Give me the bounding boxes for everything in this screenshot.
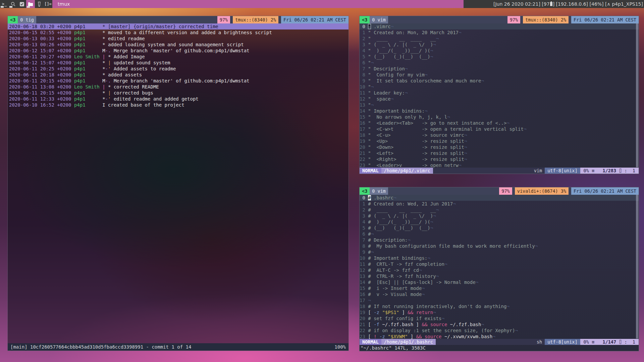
code-line[interactable]: 14 # [Esc] || [Caps-lock] -> Normal mode… (360, 279, 639, 285)
code-line[interactable]: 5 " (__) (_)(__) (__)¬ (360, 54, 639, 60)
code-line[interactable]: 9 " It set tabs colorscheme and much mor… (360, 78, 639, 84)
commit-row[interactable]: 2020-06-18 03:20 +0200 p4p1 * [master] {… (8, 23, 348, 29)
code-line[interactable]: 15 # i -> Insert mode¬ (360, 285, 639, 291)
clock-badge: Fri 06/26 02:21 AM CEST (571, 16, 639, 23)
commit-row[interactable]: 2020-06-11 20:15 +0200 p4p1 * | correcte… (8, 90, 348, 96)
scrollbar[interactable] (636, 23, 638, 167)
session-indicator: <3 (8, 16, 18, 23)
workspace-tasks-icon[interactable] (17, 0, 26, 8)
code-line[interactable]: 17 " <C-w>t -> open a terminal in vertic… (360, 126, 639, 132)
code-line[interactable]: 22 # if on display :1 set the screen siz… (360, 327, 639, 334)
commit-row[interactable]: 2020-06-15 02:55 +0200 p4p1 * moved to a… (8, 29, 348, 36)
commit-row[interactable]: 2020-06-11 20:25 +0200 p4p1 *-' Added as… (8, 66, 348, 72)
workspace-search-icon[interactable] (9, 0, 17, 8)
code-line[interactable]: 0 # .bashrc¬ (360, 195, 639, 201)
code-line[interactable]: 5 # (__) (_)(__) (__)¬ (360, 225, 639, 231)
file-path: /home/p4p1/.vimrc (381, 168, 433, 174)
clock: [Jun 26 2020 02:21] (493, 1, 542, 7)
commit-row[interactable]: 2020-06-10 16:52 +0200 p4p1 I created ba… (8, 102, 348, 108)
workspace-files-icon[interactable] (26, 0, 35, 8)
file-path: /home/p4p1/.bashrc (381, 339, 436, 345)
commit-row[interactable]: 2020-06-11 20:18 +0200 p4p1 * added asse… (8, 72, 348, 78)
code-line[interactable]: 13 "¬ (360, 102, 639, 108)
code-line[interactable]: 7 # Description:¬ (360, 237, 639, 243)
commit-row[interactable]: 2020-06-11 12:33 +0200 p4p1 *-' edited r… (8, 96, 348, 102)
hostname: p4p1_XPS15] (612, 1, 643, 7)
code-line[interactable]: 6 #¬ (360, 231, 639, 237)
code-line[interactable]: 2 " ____ __ ____ __¬ (360, 36, 639, 42)
tmux-window-name[interactable]: 0 tig (18, 16, 36, 23)
code-line[interactable]: 4 " )___/(_ _))___/ )(¬ (360, 48, 639, 54)
code-line[interactable]: 7 " Description¬ (360, 66, 639, 72)
cursor-position: 0% ≡ 1/147 ⌷ : 1 (580, 339, 639, 345)
code-line[interactable]: 20 # set fzf config if exists¬ (360, 315, 639, 321)
code-line[interactable]: 16 # v -> Visual mode¬ (360, 291, 639, 297)
folder-icon (28, 2, 33, 6)
battery-badge: 97% (217, 16, 230, 23)
code-line[interactable]: 21 " <Left> -> resize split¬ (360, 150, 639, 156)
tig-status-left: [main] 10cf260577664cbbb45ad310d5fba6ccd… (10, 343, 191, 351)
code-line[interactable]: 13 # CTRL-R -> fzf history¬ (360, 273, 639, 279)
code-line[interactable]: 3 " ( _ \ /. |( _ \/ )¬ (360, 42, 639, 48)
code-line[interactable]: 3 # ( _ \ /. |( _ \/ )¬ (360, 213, 639, 219)
commit-list[interactable]: 2020-06-18 03:20 +0200 p4p1 * [master] {… (8, 23, 348, 108)
code-line[interactable]: 0 " .vimrc¬ (360, 23, 639, 29)
commit-row[interactable]: 2020-06-12 15:07 +0200 p4p1 * | updated … (8, 60, 348, 66)
commit-row[interactable]: 2020-06-13 00:26 +0200 p4p1 * added load… (8, 42, 348, 48)
workspace-media-icon[interactable] (35, 0, 44, 8)
code-line[interactable]: 9 #¬ (360, 249, 639, 255)
workspace-occupied-indicator (27, 6, 30, 8)
commit-row[interactable]: 2020-06-11 20:27 +0200 Leo Smith | * Add… (8, 54, 348, 60)
code-line[interactable]: 15 " No arrows only h, j, k, l¬ (360, 114, 639, 120)
code-line[interactable]: 1 " Created on: Mon, 20 March 2017¬ (360, 29, 639, 36)
editor-buffer-vimrc[interactable]: 0 " .vimrc¬ 1 " Created on: Mon, 20 Marc… (360, 23, 639, 168)
terminal-icon: >_ (2, 2, 7, 6)
volume-percent: [46%] (590, 1, 605, 7)
code-line[interactable]: 12 " space¬ (360, 96, 639, 102)
clock-badge: Fri 06/26 02:21 AM CEST (281, 16, 348, 23)
code-line[interactable]: 10 # Important bindings:¬ (360, 255, 639, 261)
terminal-window-tig[interactable]: <3 0 tig 97% tmux::(8340) 2% Fri 06/26 0… (7, 16, 349, 351)
code-line[interactable]: 19 [ -z "$PS1" ] && return¬ (360, 309, 639, 315)
session-indicator: <3 (360, 16, 370, 23)
commit-row[interactable]: 2020-06-11 20:15 +0200 p4p1 M-. Merge br… (8, 78, 348, 84)
code-line[interactable]: 6 "¬ (360, 60, 639, 66)
commit-row[interactable]: 2020-06-11 13:08 +0200 Leo Smith | * cor… (8, 84, 348, 90)
tmux-window-name[interactable]: 0 vim (370, 16, 388, 23)
ip-address: [192.168.0.6] (556, 1, 590, 7)
code-line[interactable]: 2 # ____ __ ____ __¬ (360, 207, 639, 213)
drink-icon (37, 2, 41, 7)
code-line[interactable]: 12 # ALT-C -> fzf cd¬ (360, 267, 639, 273)
workspace-occupied-indicator (1, 6, 4, 8)
vim-command-line: "~/.bashrc" 147L, 3583C (360, 345, 426, 351)
editor-buffer-bashrc[interactable]: 0 # .bashrc¬ 1 # Created on: Wed, 21 Jun… (360, 195, 639, 340)
workspace-layout-icon[interactable]: []= (44, 0, 52, 8)
scrollbar[interactable] (636, 195, 638, 339)
terminal-window-vim-vimrc[interactable]: <3 0 vim 97% tmux::(8340) 2% Fri 06/26 0… (359, 16, 639, 174)
session-info-badge: tmux::(8340) 2% (523, 16, 569, 23)
code-line[interactable]: 16 " <Leader><Tab> -> go to next instanc… (360, 120, 639, 126)
code-line[interactable]: 8 " Config for my vim¬ (360, 72, 639, 78)
code-line[interactable]: 17 ¬ (360, 297, 639, 303)
code-line[interactable]: 18 " <C-u> -> source vimrc¬ (360, 132, 639, 138)
code-line[interactable]: 10 "¬ (360, 84, 639, 90)
commit-row[interactable]: 2020-06-12 15:07 +0200 p4p1 M-. Merge br… (8, 48, 348, 54)
terminal-window-vim-bashrc[interactable]: <3 0 vim 97% vivaldi+:(8674) 3% Fri 06/2… (359, 187, 639, 351)
code-line[interactable]: 18 # If not running interactively, don't… (360, 303, 639, 309)
session-info-badge: tmux::(8340) 2% (233, 16, 278, 23)
tmux-window-name[interactable]: 0 vim (370, 187, 388, 195)
code-line[interactable]: 11 " Leader key:¬ (360, 90, 639, 96)
code-line[interactable]: 21 [ -f ~/.fzf.bash ] && source ~/.fzf.b… (360, 321, 639, 327)
code-line[interactable]: 14 " Important bindins:¬ (360, 108, 639, 114)
code-line[interactable]: 11 # CRTL-T -> fzf completion¬ (360, 261, 639, 267)
vim-statusline: NORMAL /home/p4p1/.vimrc vim utf-8[unix]… (360, 168, 639, 174)
workspace-terminal-icon[interactable]: >_ (0, 0, 9, 8)
code-line[interactable]: 8 # My bash configuration file made to w… (360, 243, 639, 249)
encoding: utf-8[unix] (545, 168, 580, 174)
code-line[interactable]: 19 " <Up> -> resize split¬ (360, 138, 639, 144)
code-line[interactable]: 22 " <Right> -> resize split¬ (360, 156, 639, 162)
code-line[interactable]: 20 " <Down> -> resize split¬ (360, 144, 639, 150)
code-line[interactable]: 4 # )___/(_ _))___/ )(¬ (360, 219, 639, 225)
commit-row[interactable]: 2020-06-13 00:33 +0200 p4p1 * edited rea… (8, 36, 348, 42)
code-line[interactable]: 1 # Created on: Wed, 21 Jun 2017¬ (360, 201, 639, 207)
